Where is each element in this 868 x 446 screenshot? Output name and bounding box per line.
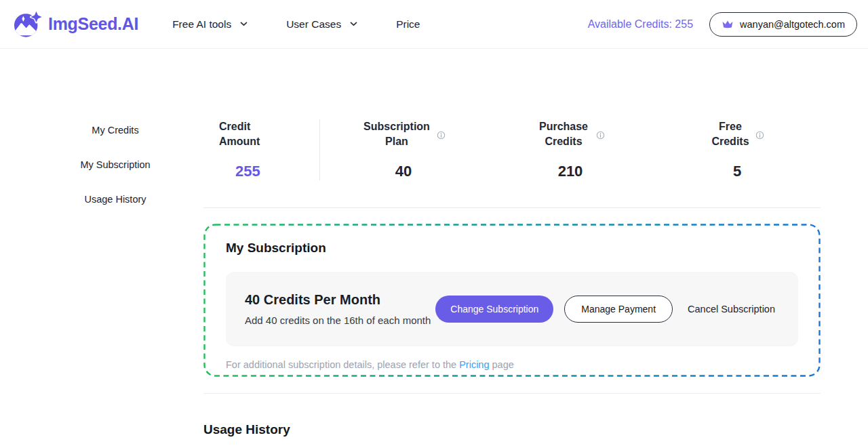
stat-purchase-credits: Purchase Credits 210 xyxy=(487,119,654,180)
imgseed-logo-icon xyxy=(14,10,43,38)
header-right: Available Credits: 255 wanyan@altgotech.… xyxy=(588,12,857,37)
brand-logo[interactable]: ImgSeed.AI xyxy=(14,10,138,38)
credit-stats: Credit Amount 255 Subscription Plan 40 xyxy=(203,119,821,180)
usage-history-title: Usage History xyxy=(203,422,821,437)
stat-subscription-plan-value: 40 xyxy=(395,163,412,180)
stat-subscription-plan: Subscription Plan 40 xyxy=(320,119,487,180)
nav-user-cases-label: User Cases xyxy=(286,18,341,31)
section-divider xyxy=(203,393,821,394)
plan-info: 40 Credits Per Month Add 40 credits on t… xyxy=(245,292,431,326)
info-icon[interactable] xyxy=(596,131,605,140)
page-body: My Credits My Subscription Usage History… xyxy=(0,49,868,437)
top-nav: ImgSeed.AI Free AI tools User Cases Pric… xyxy=(0,0,868,49)
main-content: Credit Amount 255 Subscription Plan 40 xyxy=(203,119,821,437)
stat-free-credits: Free Credits 5 xyxy=(654,119,821,180)
stat-credit-amount-value: 255 xyxy=(235,163,260,180)
crown-icon xyxy=(722,19,734,29)
note-prefix: For additional subscription details, ple… xyxy=(226,359,459,370)
account-button[interactable]: wanyan@altgotech.com xyxy=(709,12,857,37)
plan-subtitle: Add 40 credits on the 16th of each month xyxy=(245,315,431,326)
stat-credit-amount: Credit Amount 255 xyxy=(203,119,320,180)
chevron-down-icon xyxy=(240,22,248,26)
stat-purchase-credits-label: Purchase Credits xyxy=(536,119,591,149)
section-divider xyxy=(203,207,821,208)
plan-actions: Change Subscription Manage Payment Cance… xyxy=(435,296,779,323)
account-email: wanyan@altgotech.com xyxy=(740,19,845,30)
my-subscription-section: My Subscription 40 Credits Per Month Add… xyxy=(203,224,821,377)
sidebar: My Credits My Subscription Usage History xyxy=(68,119,163,437)
sidebar-item-my-subscription[interactable]: My Subscription xyxy=(68,158,163,171)
stat-credit-amount-label: Credit Amount xyxy=(219,119,271,149)
stat-free-credits-value: 5 xyxy=(733,163,741,180)
nav-free-ai-tools[interactable]: Free AI tools xyxy=(172,18,248,31)
note-suffix: page xyxy=(490,359,514,370)
change-subscription-button[interactable]: Change Subscription xyxy=(435,296,553,323)
brand-name: ImgSeed.AI xyxy=(48,14,138,34)
info-icon[interactable] xyxy=(437,131,446,140)
pricing-link[interactable]: Pricing xyxy=(459,359,489,370)
nav-price[interactable]: Price xyxy=(396,18,420,31)
manage-payment-button[interactable]: Manage Payment xyxy=(564,296,673,323)
sidebar-item-usage-history[interactable]: Usage History xyxy=(68,192,163,206)
available-credits: Available Credits: 255 xyxy=(588,18,693,31)
stat-subscription-plan-label: Subscription Plan xyxy=(361,119,432,149)
cancel-subscription-button[interactable]: Cancel Subscription xyxy=(684,296,779,322)
subscription-note: For additional subscription details, ple… xyxy=(226,359,798,370)
chevron-down-icon xyxy=(350,22,357,26)
subscription-section-title: My Subscription xyxy=(226,241,798,256)
info-icon[interactable] xyxy=(755,131,764,140)
sidebar-item-my-credits[interactable]: My Credits xyxy=(68,123,163,137)
plan-card: 40 Credits Per Month Add 40 credits on t… xyxy=(226,272,798,346)
stat-purchase-credits-value: 210 xyxy=(558,163,583,180)
nav-price-label: Price xyxy=(396,18,420,31)
stat-free-credits-label: Free Credits xyxy=(710,119,751,149)
nav-user-cases[interactable]: User Cases xyxy=(286,18,357,31)
nav-free-ai-tools-label: Free AI tools xyxy=(172,18,231,31)
plan-title: 40 Credits Per Month xyxy=(245,292,431,308)
main-nav: Free AI tools User Cases Price xyxy=(172,18,458,31)
